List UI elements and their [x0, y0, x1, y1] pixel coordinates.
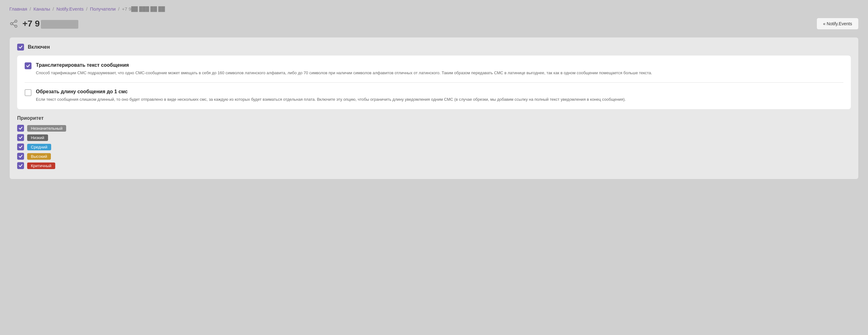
priority-low-checkbox[interactable]	[17, 134, 24, 141]
svg-line-3	[12, 24, 15, 26]
priority-item-high: Высокий	[17, 153, 851, 160]
page-header: +7 9 « Notify.Events	[9, 18, 859, 30]
priority-section: Приоритет Незначительный Низкий	[17, 115, 851, 169]
priority-high-checkbox[interactable]	[17, 153, 24, 160]
priority-item-critical: Критичный	[17, 162, 851, 169]
main-card: Включен Транслитерировать текст сообщени…	[9, 37, 859, 179]
option-truncate-title: Обрезать длину сообщения до 1 смс	[36, 89, 843, 94]
option-truncate-checkbox[interactable]	[25, 89, 32, 96]
options-divider	[25, 82, 843, 83]
breadcrumb-sep-4: /	[118, 6, 120, 11]
breadcrumb-sep-3: /	[86, 6, 87, 11]
breadcrumb-channels[interactable]: Каналы	[33, 6, 50, 11]
breadcrumb-sep-1: /	[30, 6, 31, 11]
breadcrumb-recipients[interactable]: Получатели	[90, 6, 116, 11]
enabled-checkbox[interactable]	[17, 44, 24, 51]
option-transliterate-content: Транслитерировать текст сообщения Способ…	[36, 62, 843, 76]
option-transliterate-desc: Способ тарификации СМС подразумевает, чт…	[36, 70, 843, 76]
option-transliterate-row: Транслитерировать текст сообщения Способ…	[25, 62, 843, 76]
breadcrumb-home[interactable]: Главная	[9, 6, 27, 11]
option-transliterate-title: Транслитерировать текст сообщения	[36, 62, 843, 68]
priority-critical-badge: Критичный	[27, 162, 55, 169]
priority-critical-checkbox[interactable]	[17, 162, 24, 169]
priority-item-trivial: Незначительный	[17, 125, 851, 132]
priority-title: Приоритет	[17, 115, 851, 121]
enabled-label: Включен	[28, 44, 50, 50]
priority-trivial-checkbox[interactable]	[17, 125, 24, 132]
page-title-area: +7 9	[9, 19, 78, 29]
page-title: +7 9	[23, 19, 78, 29]
page-title-blurred	[41, 20, 78, 29]
breadcrumb-notify[interactable]: Notify.Events	[57, 6, 84, 11]
options-card: Транслитерировать текст сообщения Способ…	[17, 56, 851, 109]
priority-item-low: Низкий	[17, 134, 851, 141]
priority-item-medium: Средний	[17, 144, 851, 150]
priority-high-badge: Высокий	[27, 153, 51, 160]
option-truncate-desc: Если текст сообщения слишком длинный, то…	[36, 96, 843, 102]
option-truncate-content: Обрезать длину сообщения до 1 смс Если т…	[36, 89, 843, 102]
enabled-row: Включен	[17, 44, 851, 51]
option-truncate-row: Обрезать длину сообщения до 1 смс Если т…	[25, 89, 843, 102]
priority-trivial-badge: Незначительный	[27, 125, 66, 132]
back-to-notify-button[interactable]: « Notify.Events	[816, 18, 859, 30]
priority-medium-badge: Средний	[27, 144, 51, 150]
option-transliterate-checkbox[interactable]	[25, 62, 32, 69]
breadcrumb-current: +7 9██ ███ ██ ██	[122, 6, 165, 11]
priority-medium-checkbox[interactable]	[17, 144, 24, 150]
svg-line-4	[12, 22, 15, 23]
breadcrumb-sep-2: /	[53, 6, 54, 11]
share-icon	[9, 19, 18, 28]
priority-low-badge: Низкий	[27, 134, 48, 141]
breadcrumb: Главная / Каналы / Notify.Events / Получ…	[9, 6, 859, 11]
